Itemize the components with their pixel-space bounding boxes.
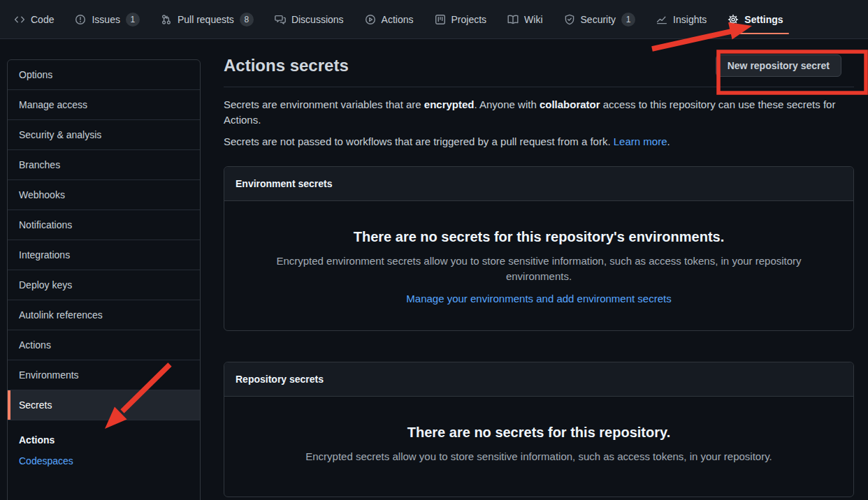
sidebar-item-integrations[interactable]: Integrations xyxy=(8,240,200,270)
tab-label: Wiki xyxy=(524,14,542,25)
main-content: Actions secrets New repository secret Se… xyxy=(224,54,854,497)
tab-pull-requests[interactable]: Pull requests 8 xyxy=(161,0,254,38)
tab-code[interactable]: Code xyxy=(14,0,54,38)
sidebar-item-notifications[interactable]: Notifications xyxy=(8,209,200,240)
issues-count-badge: 1 xyxy=(126,13,140,27)
tab-settings[interactable]: Settings xyxy=(728,0,783,38)
description-bold-collaborator: collaborator xyxy=(540,98,600,110)
manage-environments-link[interactable]: Manage your environments and add environ… xyxy=(406,291,671,307)
tab-actions[interactable]: Actions xyxy=(365,0,414,38)
repository-secrets-box: Repository secrets There are no secrets … xyxy=(224,362,854,497)
tab-label: Code xyxy=(31,14,54,25)
tab-projects[interactable]: Projects xyxy=(435,0,487,38)
learn-more-link[interactable]: Learn more xyxy=(614,135,667,147)
secrets-description-line2: Secrets are not passed to workflows that… xyxy=(224,134,854,149)
description-bold-encrypted: encrypted xyxy=(424,98,475,110)
repository-secrets-header: Repository secrets xyxy=(224,362,853,397)
description-text: Secrets are environment variables that a… xyxy=(224,98,424,110)
sidebar-subitem-actions[interactable]: Actions xyxy=(19,434,189,446)
environment-secrets-blankslate: There are no secrets for this repository… xyxy=(224,201,853,330)
git-pull-request-icon xyxy=(161,14,172,25)
comment-discussion-icon xyxy=(275,14,286,25)
tab-label: Discussions xyxy=(291,14,344,25)
tab-label: Security xyxy=(581,14,616,25)
github-settings-page: Code Issues 1 Pull requests 8 Discussion… xyxy=(0,0,868,500)
play-icon xyxy=(365,14,376,25)
sidebar-item-actions[interactable]: Actions xyxy=(8,330,200,360)
sidebar-item-options[interactable]: Options xyxy=(8,60,200,89)
secrets-subnav: Actions Codespaces xyxy=(8,420,200,478)
security-count-badge: 1 xyxy=(621,13,635,27)
sidebar-item-webhooks[interactable]: Webhooks xyxy=(8,179,200,209)
settings-sidebar: Options Manage access Security & analysi… xyxy=(7,59,201,500)
sidebar-item-security-analysis[interactable]: Security & analysis xyxy=(8,119,200,149)
repository-secrets-blankslate: There are no secrets for this repository… xyxy=(224,397,853,497)
tab-label: Actions xyxy=(382,14,414,25)
repo-nav: Code Issues 1 Pull requests 8 Discussion… xyxy=(0,0,868,39)
blankslate-title: There are no secrets for this repository… xyxy=(252,227,825,247)
tab-insights[interactable]: Insights xyxy=(656,0,707,38)
tab-label: Insights xyxy=(673,14,707,25)
sidebar-item-environments[interactable]: Environments xyxy=(8,360,200,390)
tab-label: Pull requests xyxy=(178,14,234,25)
code-icon xyxy=(14,14,25,25)
description-text: Secrets are not passed to workflows that… xyxy=(224,135,614,147)
tab-label: Projects xyxy=(451,14,487,25)
tab-label: Issues xyxy=(92,14,120,25)
page-header: Actions secrets New repository secret xyxy=(224,54,854,87)
tab-wiki[interactable]: Wiki xyxy=(507,0,542,38)
tab-issues[interactable]: Issues 1 xyxy=(75,0,139,38)
new-repository-secret-button[interactable]: New repository secret xyxy=(716,54,841,77)
tab-label: Settings xyxy=(744,14,783,25)
environment-secrets-header: Environment secrets xyxy=(224,167,853,201)
environment-secrets-box: Environment secrets There are no secrets… xyxy=(224,166,854,331)
sidebar-item-autolink-references[interactable]: Autolink references xyxy=(8,300,200,330)
blankslate-description: Encrypted secrets allow you to store sen… xyxy=(252,449,825,464)
description-text: . Anyone with xyxy=(475,98,540,110)
pull-requests-count-badge: 8 xyxy=(240,13,254,27)
sidebar-item-branches[interactable]: Branches xyxy=(8,149,200,179)
graph-icon xyxy=(656,14,667,25)
tab-security[interactable]: Security 1 xyxy=(564,0,636,38)
book-icon xyxy=(507,14,519,25)
description-text: . xyxy=(667,135,670,147)
sidebar-subitem-codespaces[interactable]: Codespaces xyxy=(19,455,189,466)
issue-opened-icon xyxy=(75,14,86,25)
sidebar-item-secrets[interactable]: Secrets xyxy=(8,390,200,420)
secrets-description-line1: Secrets are environment variables that a… xyxy=(224,97,854,128)
gear-icon xyxy=(728,14,739,25)
page-title: Actions secrets xyxy=(224,54,349,77)
shield-icon xyxy=(564,14,575,25)
project-icon xyxy=(435,14,446,25)
blankslate-title: There are no secrets for this repository… xyxy=(252,422,825,442)
sidebar-item-deploy-keys[interactable]: Deploy keys xyxy=(8,270,200,300)
tab-discussions[interactable]: Discussions xyxy=(275,0,344,38)
sidebar-item-manage-access[interactable]: Manage access xyxy=(8,89,200,119)
blankslate-description: Encrypted environment secrets allow you … xyxy=(252,253,825,284)
